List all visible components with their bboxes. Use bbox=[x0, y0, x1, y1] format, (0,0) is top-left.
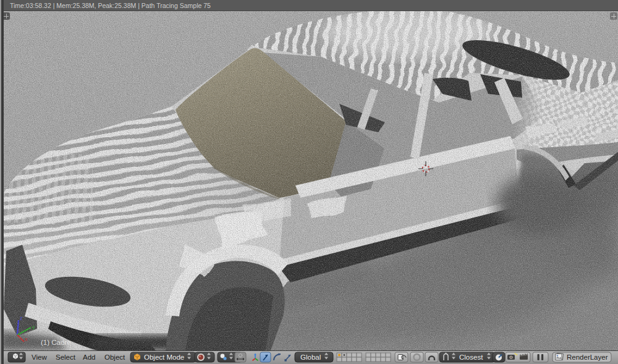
svg-text:Select: Select bbox=[56, 353, 76, 361]
svg-text:Global: Global bbox=[300, 353, 321, 361]
svg-text:Object Mode: Object Mode bbox=[144, 353, 184, 361]
svg-text:Object: Object bbox=[104, 353, 125, 361]
svg-text:View: View bbox=[32, 353, 47, 361]
svg-text:RenderLayer: RenderLayer bbox=[567, 353, 608, 361]
svg-text:Closest: Closest bbox=[459, 353, 483, 361]
svg-text:Add: Add bbox=[83, 353, 95, 361]
